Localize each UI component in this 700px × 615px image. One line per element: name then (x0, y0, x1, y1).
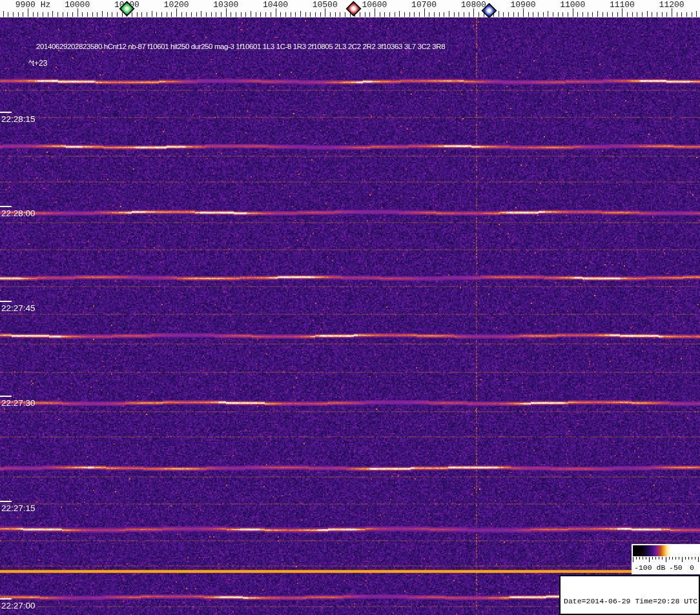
time-tick-mark (0, 598, 12, 600)
freq-tick-label: 11200 (659, 0, 685, 10)
freq-tick-label: 10600 (362, 0, 387, 10)
detection-header-text: 20140629202823580 hCnt12 nb-87 f10601 hi… (36, 43, 445, 50)
freq-tick-label: 9900 Hz (15, 0, 51, 10)
db-label-max: 0 (690, 563, 694, 572)
freq-tick-label: 10500 (313, 0, 338, 10)
freq-tick-label: 10200 (164, 0, 189, 10)
freq-tick-label: 10800 (461, 0, 486, 10)
freq-tick-label: 10000 (65, 0, 90, 10)
info-box: Date=2014-06-29 Time=20:28 UTC Freq=143 … (559, 575, 700, 615)
meteor-spectrogram-app: 9900 Hz100001010010200103001040010500106… (0, 0, 700, 615)
time-label: 22:27:00 (1, 601, 36, 610)
cursor-offset-text: ^t+23 (28, 59, 47, 68)
info-date-time: Date=2014-06-29 Time=20:28 UTC (564, 596, 699, 606)
frequency-ruler: 9900 Hz100001010010200103001040010500106… (0, 0, 700, 17)
freq-tick-label: 11000 (560, 0, 585, 10)
time-tick-mark (0, 396, 12, 397)
db-label-mid: -50 (669, 563, 683, 572)
db-scale-legend: -100 dB -50 0 (632, 544, 700, 574)
freq-tick-label: 10400 (263, 0, 288, 10)
time-label: 22:27:45 (1, 303, 36, 313)
db-gradient-bar (633, 545, 699, 556)
time-label: 22:28:00 (1, 208, 36, 218)
time-label: 22:27:30 (1, 398, 36, 408)
db-label-min: -100 dB (634, 563, 665, 572)
freq-tick-label: 10300 (213, 0, 238, 10)
time-label: 22:27:15 (1, 503, 36, 513)
time-label: 22:28:15 (1, 114, 36, 124)
time-tick-mark (0, 206, 12, 207)
freq-tick-label: 11100 (610, 0, 635, 10)
db-scale-labels: -100 dB -50 0 (632, 563, 700, 574)
time-tick-mark (0, 112, 12, 113)
spectrogram-canvas (0, 17, 700, 615)
db-scale-ticks (633, 557, 699, 563)
time-tick-mark (0, 301, 12, 302)
freq-tick-label: 10700 (411, 0, 437, 10)
time-tick-mark (0, 501, 12, 502)
freq-tick-label: 10900 (510, 0, 535, 10)
